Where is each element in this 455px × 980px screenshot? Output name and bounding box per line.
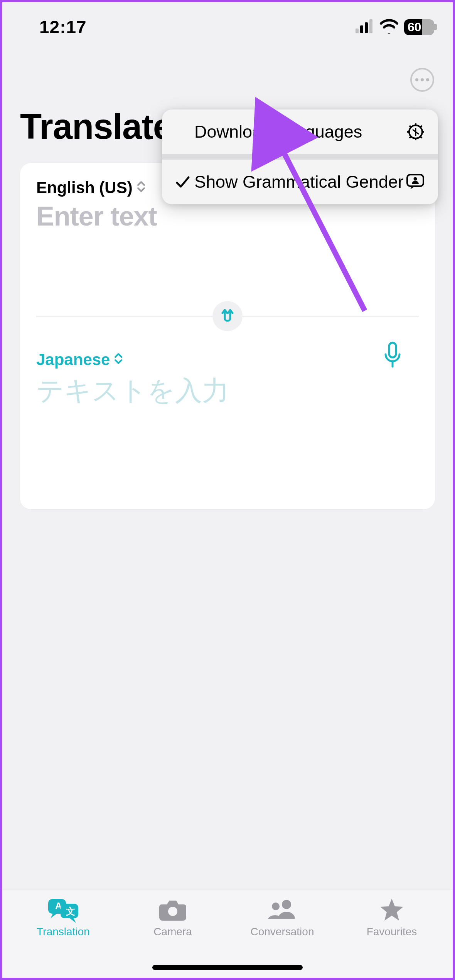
svg-line-12 — [420, 136, 422, 138]
svg-line-11 — [410, 126, 411, 127]
tab-label: Conversation — [251, 926, 314, 938]
cellular-icon — [356, 19, 374, 35]
translation-icon: A 文 — [47, 896, 80, 923]
person-bubble-icon — [404, 173, 425, 191]
menu-item-label: Show Grammatical Gender — [194, 172, 404, 192]
checkmark-icon — [173, 174, 194, 190]
gear-icon — [404, 123, 425, 141]
swap-languages-button[interactable] — [212, 301, 243, 331]
divider — [36, 316, 212, 317]
tab-bar: A 文 Translation Camera — [2, 889, 453, 978]
svg-text:文: 文 — [66, 906, 75, 916]
tab-favourites[interactable]: Favourites — [345, 896, 438, 978]
divider — [243, 316, 419, 317]
svg-rect-3 — [369, 19, 372, 33]
svg-point-22 — [168, 907, 177, 916]
chevron-updown-icon — [114, 350, 123, 369]
svg-rect-1 — [360, 25, 363, 33]
battery-icon: 60 — [404, 19, 434, 35]
tab-label: Translation — [37, 926, 89, 938]
camera-icon — [158, 896, 188, 923]
more-button[interactable] — [410, 68, 434, 92]
wifi-icon — [379, 19, 399, 35]
status-time: 12:17 — [21, 17, 87, 37]
svg-rect-2 — [365, 22, 368, 33]
svg-line-13 — [420, 126, 422, 127]
status-icons: 60 — [356, 19, 434, 35]
swap-arrows-icon — [219, 307, 236, 325]
status-bar: 12:17 60 — [2, 2, 453, 45]
menu-separator — [162, 154, 438, 160]
svg-point-24 — [272, 903, 280, 910]
svg-line-14 — [410, 136, 411, 138]
svg-point-16 — [414, 177, 417, 180]
tab-translation[interactable]: A 文 Translation — [17, 896, 110, 978]
target-language-label: Japanese — [36, 350, 110, 369]
menu-item-label: Download Languages — [194, 122, 404, 142]
svg-rect-0 — [356, 29, 359, 33]
menu-download-languages[interactable]: Download Languages — [162, 109, 438, 154]
tab-label: Favourites — [367, 926, 417, 938]
translate-card: English (US) Enter text Japan — [20, 163, 435, 509]
microphone-button[interactable] — [383, 341, 403, 370]
svg-rect-4 — [389, 343, 396, 357]
chevron-updown-icon — [136, 178, 146, 197]
more-menu: Download Languages — [162, 109, 438, 204]
target-text-input[interactable]: テキストを入力 — [36, 369, 419, 409]
svg-point-23 — [282, 900, 291, 909]
source-language-label: English (US) — [36, 178, 133, 197]
menu-show-grammatical-gender[interactable]: Show Grammatical Gender — [162, 160, 438, 204]
star-icon — [379, 896, 404, 923]
tab-label: Camera — [153, 926, 192, 938]
people-icon — [266, 896, 299, 923]
microphone-icon — [383, 364, 403, 370]
battery-percent: 60 — [408, 20, 421, 34]
target-language-selector[interactable]: Japanese — [36, 350, 419, 369]
home-indicator[interactable] — [152, 965, 303, 970]
